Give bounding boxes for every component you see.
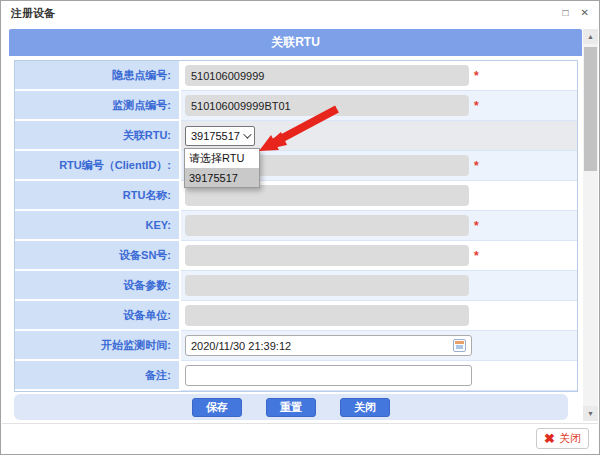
close-button[interactable]: 关闭 bbox=[340, 398, 390, 417]
field-label: 开始监测时间: bbox=[101, 338, 171, 353]
table-row: KEY: * bbox=[15, 211, 577, 241]
dropdown-option[interactable]: 39175517 bbox=[185, 168, 259, 187]
scroll-up-icon[interactable]: ▲ bbox=[583, 29, 598, 44]
field-label: 关联RTU: bbox=[123, 128, 171, 143]
chevron-down-icon bbox=[243, 130, 251, 138]
rtu-name-input[interactable] bbox=[185, 185, 469, 206]
remark-input[interactable] bbox=[185, 365, 472, 386]
calendar-icon[interactable] bbox=[453, 339, 466, 352]
footer-close-button[interactable]: ✖ 关闭 bbox=[536, 428, 589, 449]
rtu-form-table: 隐患点编号: 510106009999 * 监测点编号: 51010600999… bbox=[14, 60, 578, 392]
table-row: RTU编号（ClientID）: * bbox=[15, 151, 577, 181]
footer-close-label: 关闭 bbox=[559, 431, 581, 446]
field-label: RTU编号（ClientID）: bbox=[59, 158, 171, 173]
save-button[interactable]: 保存 bbox=[192, 398, 242, 417]
dialog-header-title: 关联RTU bbox=[271, 34, 320, 51]
key-input[interactable] bbox=[185, 215, 469, 236]
field-label: KEY: bbox=[146, 219, 171, 231]
reset-button[interactable]: 重置 bbox=[266, 398, 316, 417]
field-label: 监测点编号: bbox=[112, 98, 171, 113]
required-marker: * bbox=[474, 99, 479, 113]
scrollbar-thumb[interactable] bbox=[584, 47, 597, 171]
table-row: 监测点编号: 510106009999BT01 * bbox=[15, 91, 577, 121]
rtu-select-value: 39175517 bbox=[191, 130, 240, 142]
table-row: RTU名称: bbox=[15, 181, 577, 211]
rtu-dropdown-list: 请选择RTU 39175517 bbox=[184, 148, 260, 188]
register-device-dialog: 注册设备 □ ✕ 关联RTU ▲ ▼ 隐患点编号: 510106009999 *… bbox=[0, 0, 600, 455]
rtu-select[interactable]: 39175517 bbox=[185, 126, 255, 146]
device-sn-input[interactable] bbox=[185, 245, 469, 266]
hazard-point-number-input[interactable]: 510106009999 bbox=[185, 65, 469, 86]
start-time-input[interactable]: 2020/11/30 21:39:12 bbox=[185, 335, 472, 356]
field-label: 设备参数: bbox=[123, 278, 171, 293]
window-controls: □ ✕ bbox=[563, 8, 589, 18]
required-marker: * bbox=[474, 159, 479, 173]
field-label: 备注: bbox=[145, 368, 171, 383]
close-icon[interactable]: ✕ bbox=[581, 8, 589, 18]
titlebar: 注册设备 □ ✕ bbox=[1, 1, 599, 25]
vertical-scrollbar[interactable]: ▲ ▼ bbox=[583, 29, 598, 421]
scroll-down-icon[interactable]: ▼ bbox=[583, 406, 598, 421]
required-marker: * bbox=[474, 249, 479, 263]
monitor-point-number-input[interactable]: 510106009999BT01 bbox=[185, 95, 469, 116]
close-x-icon: ✖ bbox=[544, 432, 555, 445]
table-row: 开始监测时间: 2020/11/30 21:39:12 bbox=[15, 331, 577, 361]
table-row: 关联RTU: 39175517 bbox=[15, 121, 577, 151]
action-button-bar: 保存 重置 关闭 bbox=[14, 394, 568, 420]
table-row: 备注: bbox=[15, 361, 577, 391]
window-title: 注册设备 bbox=[11, 6, 55, 21]
device-unit-input[interactable] bbox=[185, 305, 469, 326]
dropdown-option[interactable]: 请选择RTU bbox=[185, 149, 259, 168]
field-label: 隐患点编号: bbox=[112, 68, 171, 83]
required-marker: * bbox=[474, 69, 479, 83]
dialog-footer: ✖ 关闭 bbox=[2, 423, 598, 453]
required-marker: * bbox=[474, 219, 479, 233]
dialog-header: 关联RTU bbox=[9, 29, 582, 56]
maximize-icon[interactable]: □ bbox=[563, 8, 569, 18]
field-label: 设备单位: bbox=[123, 308, 171, 323]
device-params-input[interactable] bbox=[185, 275, 469, 296]
table-row: 设备参数: bbox=[15, 271, 577, 301]
table-row: 隐患点编号: 510106009999 * bbox=[15, 61, 577, 91]
table-row: 设备SN号: * bbox=[15, 241, 577, 271]
field-label: RTU名称: bbox=[123, 188, 171, 203]
table-row: 设备单位: bbox=[15, 301, 577, 331]
start-time-value: 2020/11/30 21:39:12 bbox=[191, 340, 291, 352]
field-label: 设备SN号: bbox=[119, 248, 171, 263]
